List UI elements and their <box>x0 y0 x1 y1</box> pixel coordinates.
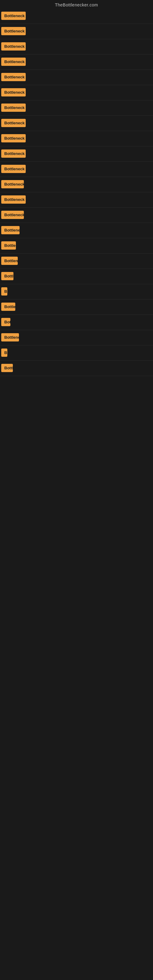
bottleneck-badge-10[interactable]: Bottleneck result <box>1 150 26 158</box>
result-row-12: Bottleneck result <box>0 177 153 192</box>
bottleneck-badge-9[interactable]: Bottleneck result <box>1 134 26 142</box>
result-row-19: Bottleneck result <box>0 284 153 299</box>
bottleneck-badge-5[interactable]: Bottleneck result <box>1 73 26 81</box>
bottleneck-badge-20[interactable]: Bottleneck result <box>1 302 15 311</box>
result-row-17: Bottleneck result <box>0 254 153 269</box>
result-row-6: Bottleneck result <box>0 85 153 100</box>
bottleneck-badge-2[interactable]: Bottleneck result <box>1 27 26 35</box>
bottleneck-badge-6[interactable]: Bottleneck result <box>1 88 26 97</box>
result-row-18: Bottleneck result <box>0 269 153 284</box>
bottleneck-badge-22[interactable]: Bottleneck result <box>1 333 19 342</box>
site-title: TheBottlenecker.com <box>0 0 153 9</box>
result-row-5: Bottleneck result <box>0 70 153 85</box>
bottleneck-badge-16[interactable]: Bottleneck result <box>1 241 16 250</box>
bottleneck-badge-17[interactable]: Bottleneck result <box>1 257 18 265</box>
result-row-8: Bottleneck result <box>0 116 153 131</box>
result-row-23: Bottleneck result <box>0 345 153 361</box>
bottleneck-badge-24[interactable]: Bottleneck result <box>1 364 13 372</box>
result-row-13: Bottleneck result <box>0 192 153 208</box>
bottleneck-badge-14[interactable]: Bottleneck result <box>1 211 24 219</box>
result-row-1: Bottleneck result <box>0 9 153 24</box>
bottleneck-badge-13[interactable]: Bottleneck result <box>1 196 26 204</box>
result-row-20: Bottleneck result <box>0 299 153 315</box>
result-row-14: Bottleneck result <box>0 208 153 223</box>
bottleneck-badge-23[interactable]: Bottleneck result <box>1 348 7 357</box>
bottleneck-badge-11[interactable]: Bottleneck result <box>1 165 26 173</box>
result-row-22: Bottleneck result <box>0 330 153 345</box>
bottleneck-badge-7[interactable]: Bottleneck result <box>1 103 26 112</box>
result-row-24: Bottleneck result <box>0 361 153 376</box>
result-row-7: Bottleneck result <box>0 100 153 116</box>
bottleneck-badge-12[interactable]: Bottleneck result <box>1 180 24 188</box>
bottleneck-badge-4[interactable]: Bottleneck result <box>1 57 26 66</box>
results-list: Bottleneck result Bottleneck result Bott… <box>0 9 153 376</box>
result-row-2: Bottleneck result <box>0 24 153 39</box>
result-row-4: Bottleneck result <box>0 54 153 70</box>
bottleneck-badge-21[interactable]: Bottleneck result <box>1 318 10 326</box>
result-row-3: Bottleneck result <box>0 39 153 54</box>
result-row-10: Bottleneck result <box>0 146 153 162</box>
bottleneck-badge-19[interactable]: Bottleneck result <box>1 287 7 296</box>
result-row-16: Bottleneck result <box>0 238 153 254</box>
bottleneck-badge-1[interactable]: Bottleneck result <box>1 12 26 20</box>
bottleneck-badge-18[interactable]: Bottleneck result <box>1 272 13 280</box>
bottleneck-badge-3[interactable]: Bottleneck result <box>1 42 26 51</box>
bottleneck-badge-8[interactable]: Bottleneck result <box>1 119 26 127</box>
result-row-11: Bottleneck result <box>0 162 153 177</box>
result-row-21: Bottleneck result <box>0 315 153 330</box>
bottleneck-badge-15[interactable]: Bottleneck result <box>1 226 19 234</box>
result-row-15: Bottleneck result <box>0 223 153 238</box>
result-row-9: Bottleneck result <box>0 131 153 146</box>
bottom-spacer <box>0 376 153 805</box>
